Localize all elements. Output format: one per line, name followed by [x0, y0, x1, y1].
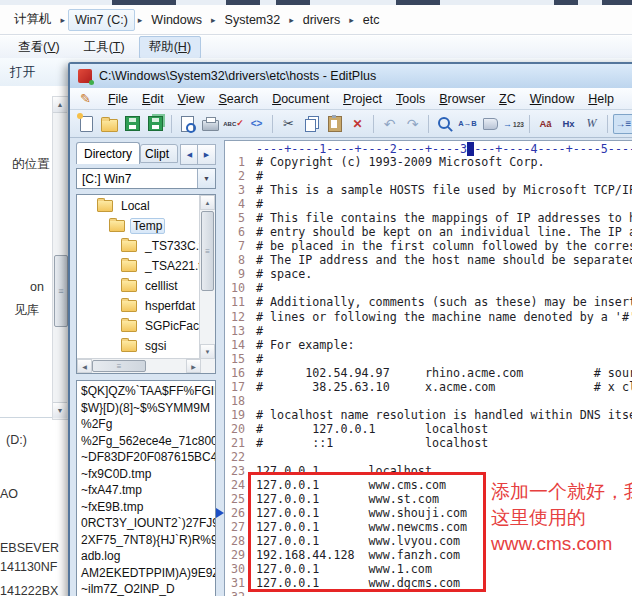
editplus-menu-edit[interactable]: Edit — [135, 89, 171, 109]
tree-item-_ts733c.t[interactable]: _TS733C.t — [77, 236, 199, 256]
editor-line[interactable]: 17# 38.25.63.10 x.acme.com # x client ho… — [225, 380, 632, 394]
tab-directory[interactable]: Directory — [76, 142, 140, 164]
menu-item[interactable]: 工具(T) — [74, 36, 135, 59]
file-list-item[interactable]: 2XF75_7NT8){HJ`R)R%9 — [77, 533, 215, 550]
editor-line[interactable]: 11# Additionally, comments (such as thes… — [225, 295, 632, 309]
scrollbar-thumb[interactable]: ≡ — [54, 255, 68, 327]
editplus-menu-document[interactable]: Document — [265, 89, 336, 109]
editplus-menu-file[interactable]: File — [101, 89, 135, 109]
breadcrumb-separator-icon[interactable]: ▸ — [346, 15, 357, 25]
editor-line[interactable]: 1# Copyright (c) 1993-2009 Microsoft Cor… — [225, 155, 632, 169]
browser-preview-icon[interactable] — [480, 114, 501, 134]
editor-pane[interactable]: ----+----1----+----2----+----3----+----4… — [224, 140, 632, 596]
menu-item[interactable]: 帮助(H) — [139, 36, 201, 59]
editor-line[interactable]: 12# lines or following the machine name … — [225, 310, 632, 324]
hex-view-icon[interactable]: Hx — [558, 114, 579, 134]
breadcrumb-item[interactable]: etc — [357, 10, 386, 30]
scroll-down-icon[interactable]: ▼ — [53, 402, 67, 418]
delete-icon[interactable]: ✕ — [347, 114, 368, 134]
redo-icon[interactable]: ↷ — [402, 114, 423, 134]
breadcrumb-item[interactable]: Windows — [145, 10, 208, 30]
file-list-item[interactable]: $QK]QZ%`TAA$FF%FGIF — [77, 384, 215, 401]
toggle-indent-icon[interactable]: →≡ — [613, 114, 632, 134]
scroll-down-icon[interactable]: ▼ — [200, 344, 215, 359]
editplus-menu-tools[interactable]: Tools — [389, 89, 432, 109]
editor-line[interactable]: 9# space. — [225, 267, 632, 281]
open-folder-icon[interactable] — [99, 114, 120, 134]
menu-item[interactable]: 查看(V) — [8, 36, 70, 59]
editor-line[interactable]: 6# entry should be kept on an individual… — [225, 225, 632, 239]
drive-selector[interactable]: [C:] Win7 ▼ — [76, 168, 216, 189]
breadcrumb-item[interactable]: drivers — [297, 10, 347, 30]
breadcrumb-separator-icon[interactable]: ▸ — [135, 15, 146, 25]
editor-line[interactable]: 19# localhost name resolution is handled… — [225, 408, 632, 422]
editor-line[interactable]: 13# — [225, 324, 632, 338]
tree-item-sgsi[interactable]: sgsi — [77, 336, 199, 356]
editor-line[interactable]: 20# 127.0.0.1 localhost — [225, 422, 632, 436]
editor-line[interactable]: 3# This is a sample HOSTS file used by M… — [225, 183, 632, 197]
new-document-icon[interactable] — [76, 114, 97, 134]
editor-line[interactable]: 10# — [225, 281, 632, 295]
undo-icon[interactable]: ↶ — [379, 114, 400, 134]
editplus-menu-help[interactable]: Help — [581, 89, 621, 109]
editor-line[interactable]: 4# — [225, 197, 632, 211]
tree-horizontal-scrollbar[interactable]: ◀ ≡ ▶ — [77, 358, 215, 373]
editplus-menu-window[interactable]: Window — [523, 89, 581, 109]
file-list-item[interactable]: $W}[D)(8]~$%SYMM9M — [77, 401, 215, 418]
scrollbar-thumb[interactable]: ≡ — [201, 211, 214, 291]
file-list-item[interactable]: %2Fg — [77, 417, 215, 434]
file-list-item[interactable]: ~fx9C0D.tmp — [77, 467, 215, 484]
find-icon[interactable] — [434, 114, 455, 134]
editplus-menu-project[interactable]: Project — [336, 89, 389, 109]
explorer-toolbar-button[interactable]: 打开 — [10, 64, 35, 81]
editor-line[interactable]: 16# 102.54.94.97 rhino.acme.com # source… — [225, 366, 632, 380]
editor-line[interactable]: 5# This file contains the mappings of IP… — [225, 211, 632, 225]
tree-item-_tsa221.t[interactable]: _TSA221.t — [77, 256, 199, 276]
tree-vertical-scrollbar[interactable]: ▲ ≡ ▼ — [199, 195, 215, 359]
save-icon[interactable] — [122, 114, 143, 134]
font-icon[interactable]: Aā — [535, 114, 556, 134]
breadcrumb-separator-icon[interactable]: ▸ — [286, 15, 297, 25]
scroll-right-icon[interactable]: ▶ — [186, 359, 201, 373]
scroll-left-icon[interactable]: ◀ — [77, 359, 92, 373]
file-list-item[interactable]: AM2EKEDTPPIM)A)9E9Z — [77, 566, 215, 583]
tree-item-sgpicface[interactable]: SGPicFace — [77, 316, 199, 336]
breadcrumb[interactable]: 计算机▸Win7 (C:)▸Windows▸System32▸drivers▸e… — [0, 5, 632, 35]
file-list-item[interactable]: adb.log — [77, 549, 215, 566]
tree-item-celllist[interactable]: celllist — [77, 276, 199, 296]
editor-line[interactable]: 7# be placed in the first column followe… — [225, 239, 632, 253]
scroll-up-icon[interactable]: ▲ — [200, 195, 215, 210]
spell-check-icon[interactable]: ABC — [223, 114, 244, 134]
tab-scroll-right-icon[interactable]: ▶ — [197, 144, 216, 165]
goto-line-icon[interactable]: 123 — [503, 114, 524, 134]
editplus-menu-browser[interactable]: Browser — [432, 89, 492, 109]
word-wrap-icon[interactable]: W — [581, 114, 602, 134]
breadcrumb-item[interactable]: 计算机 — [8, 8, 58, 31]
print-icon[interactable] — [200, 114, 221, 134]
editor-line[interactable]: 8# The IP address and the host name shou… — [225, 253, 632, 267]
tree-item-hsperfdat[interactable]: hsperfdat — [77, 296, 199, 316]
cut-icon[interactable]: ✂ — [278, 114, 299, 134]
file-list-item[interactable]: ~ilm7Z_O2lNP_D — [77, 582, 215, 596]
editor-line[interactable]: 18 — [225, 394, 632, 408]
scroll-up-icon[interactable]: ▲ — [53, 97, 67, 113]
scrollbar-thumb[interactable]: ≡ — [92, 360, 146, 372]
tree-item-local[interactable]: Local — [77, 196, 199, 216]
breadcrumb-item[interactable]: System32 — [219, 10, 287, 30]
editor-line[interactable]: 15# — [225, 352, 632, 366]
editor-line[interactable]: 22 — [225, 450, 632, 464]
tree-item-temp[interactable]: Temp — [77, 216, 199, 236]
breadcrumb-separator-icon[interactable]: ▸ — [208, 15, 219, 25]
chevron-down-icon[interactable]: ▼ — [197, 169, 215, 188]
print-preview-icon[interactable] — [177, 114, 198, 134]
editplus-menu-view[interactable]: View — [171, 89, 212, 109]
file-list-item[interactable]: ~fxA47.tmp — [77, 483, 215, 500]
editplus-menu-zc[interactable]: ZC — [492, 89, 523, 109]
save-all-icon[interactable] — [145, 114, 166, 134]
editor-line[interactable]: 21# ::1 localhost — [225, 436, 632, 450]
file-list-item[interactable]: ~DF83DF20F087615BC4 — [77, 450, 215, 467]
replace-icon[interactable]: A→B — [457, 114, 478, 134]
copy-icon[interactable] — [301, 114, 322, 134]
file-list-item[interactable]: ~fxE9B.tmp — [77, 500, 215, 517]
tab-cliptext[interactable]: Clipt — [140, 144, 178, 163]
